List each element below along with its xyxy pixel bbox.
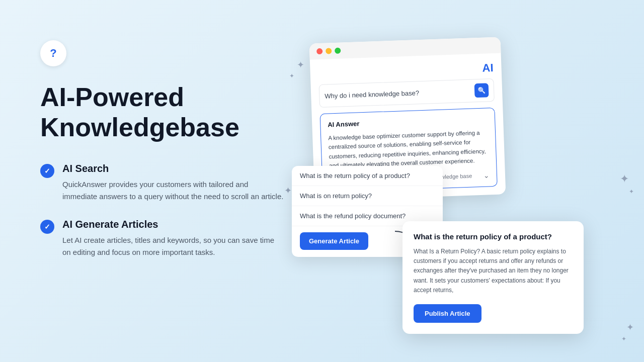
sparkle-5: ✦: [620, 173, 629, 185]
question-mark: ?: [50, 47, 56, 60]
dot-red: [316, 48, 323, 54]
feature-desc-ai-search: QuickAnswer provides your customers with…: [62, 178, 284, 203]
article-title: What is the return policy of a product?: [414, 232, 573, 241]
sparkle-8: ✦: [621, 336, 626, 342]
ai-answer-title: AI Answer: [328, 115, 488, 128]
feature-item-ai-search: AI Search QuickAnswer provides your cust…: [40, 163, 322, 203]
sparkle-1: ✦: [297, 60, 304, 69]
ai-answer-text: A knowledge base optimizer customer supp…: [328, 128, 489, 170]
feature-desc-ai-generate: Let AI create articles, titles and keywo…: [62, 234, 284, 258]
sparkle-3: ✦: [284, 186, 292, 195]
sparkle-2: ✦: [289, 73, 294, 79]
suggestion-item-2[interactable]: What is on return policy?: [292, 186, 443, 206]
sparkle-7: ✦: [626, 323, 634, 332]
search-query-text: Why do i need knowledge base?: [325, 87, 470, 100]
sparkle-6: ✦: [629, 189, 634, 195]
feature-list: AI Search QuickAnswer provides your cust…: [40, 163, 322, 258]
suggestion-item-1[interactable]: What is the return policy of a product?: [292, 166, 443, 186]
check-icon-ai-search: [40, 164, 54, 178]
right-panel: AI Why do i need knowledge base? AI Answ…: [282, 0, 644, 362]
generate-article-button[interactable]: Generate Article: [300, 232, 368, 250]
hero-title: AI-Powered Knowledgebase: [40, 82, 322, 143]
dot-yellow: [326, 48, 332, 54]
search-bar: Why do i need knowledge base?: [319, 78, 495, 108]
article-body: What Is a Return Policy? A basic return …: [414, 247, 573, 295]
article-preview-window: What is the return policy of a product? …: [403, 221, 584, 334]
hero-title-line2: Knowledgebase: [40, 113, 239, 142]
search-button[interactable]: [474, 83, 489, 98]
chevron-down-icon: ⌄: [484, 171, 490, 179]
feature-item-ai-generate: AI Generate Articles Let AI create artic…: [40, 219, 322, 258]
feature-content-ai-generate: AI Generate Articles Let AI create artic…: [62, 219, 284, 258]
feature-title-ai-search: AI Search: [62, 163, 284, 174]
hero-title-line1: AI-Powered: [40, 82, 184, 112]
check-icon-ai-generate: [40, 220, 54, 234]
question-icon: ?: [40, 40, 66, 66]
feature-title-ai-generate: AI Generate Articles: [62, 219, 284, 230]
ai-logo: AI: [318, 61, 494, 80]
publish-article-button[interactable]: Publish Article: [414, 304, 481, 323]
feature-content-ai-search: AI Search QuickAnswer provides your cust…: [62, 163, 284, 203]
left-panel: ? AI-Powered Knowledgebase AI Search Qui…: [40, 40, 322, 258]
dot-green: [335, 48, 341, 54]
